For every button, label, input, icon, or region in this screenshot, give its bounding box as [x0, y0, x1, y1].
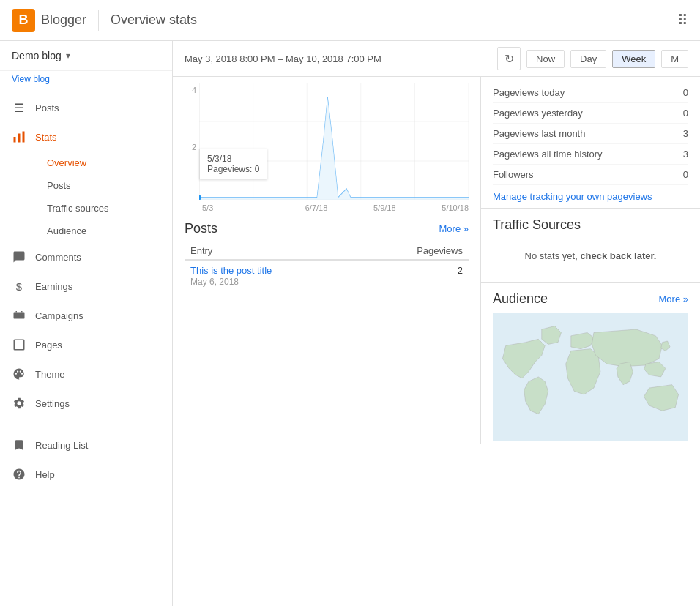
sidebar-sub-audience[interactable]: Audience [35, 220, 172, 242]
traffic-sources-section: Traffic Sources No stats yet, check back… [481, 212, 700, 279]
svg-rect-3 [14, 313, 25, 319]
help-icon [12, 467, 26, 482]
chart-tooltip: 5/3/18 Pageviews: 0 [199, 149, 267, 179]
pageviews-column-header: Pageviews [360, 242, 469, 260]
sidebar-item-settings[interactable]: Settings [0, 389, 172, 418]
svg-rect-1 [18, 134, 21, 143]
sidebar-label-stats: Stats [35, 132, 57, 143]
sidebar-sub-posts[interactable]: Posts [35, 174, 172, 197]
table-row: This is the post title May 6, 2018 2 [185, 260, 469, 291]
svg-rect-6 [14, 340, 24, 350]
stats-label-followers: Followers [493, 169, 534, 180]
post-date: May 6, 2018 [190, 277, 239, 287]
earnings-icon: $ [12, 279, 26, 293]
sidebar-divider [0, 424, 172, 424]
x-label-3: 6/7/18 [305, 203, 328, 212]
main-content: May 3, 2018 8:00 PM – May 10, 2018 7:00 … [173, 41, 700, 606]
sidebar-sub-traffic-sources[interactable]: Traffic sources [35, 197, 172, 220]
posts-section: Posts More » Entry Pageviews [173, 212, 480, 300]
refresh-button[interactable]: ↻ [497, 47, 521, 70]
stats-label-last-month: Pageviews last month [493, 128, 585, 139]
stats-row-all-time: Pageviews all time history 3 [493, 144, 688, 165]
sidebar-item-campaigns[interactable]: Campaigns [0, 301, 172, 330]
stats-value-last-month: 3 [683, 128, 688, 139]
sidebar-item-pages[interactable]: Pages [0, 330, 172, 359]
layout: Demo blog ▾ View blog ☰ Posts Stats Over… [0, 41, 700, 606]
day-button[interactable]: Day [570, 50, 606, 68]
svg-rect-4 [16, 311, 18, 313]
sidebar-item-theme[interactable]: Theme [0, 359, 172, 389]
audience-more-link[interactable]: More » [659, 293, 688, 304]
traffic-sources-title: Traffic Sources [493, 217, 581, 233]
x-label-5: 5/10/18 [442, 203, 469, 212]
right-content: Pageviews today 0 Pageviews yesterday 0 … [480, 77, 700, 444]
stats-panel: Pageviews today 0 Pageviews yesterday 0 … [481, 77, 700, 205]
sidebar-label-earnings: Earnings [35, 281, 72, 292]
audience-section: Audience More » [481, 285, 700, 444]
grid-icon[interactable]: ⠿ [677, 12, 688, 29]
posts-section-header: Posts More » [185, 221, 469, 236]
manage-tracking-link[interactable]: Manage tracking your own pageviews [493, 191, 688, 202]
stats-value-followers: 0 [683, 169, 688, 180]
stats-row-last-month: Pageviews last month 3 [493, 124, 688, 144]
x-axis-labels: 5/3 6/7/18 5/9/18 5/10/18 [185, 203, 469, 212]
entry-column-header: Entry [185, 242, 360, 260]
now-button[interactable]: Now [526, 50, 565, 68]
tooltip-date: 5/3/18 [207, 154, 259, 164]
blog-selector[interactable]: Demo blog ▾ [0, 41, 172, 71]
stats-sub-menu: Overview Posts Traffic sources Audience [0, 152, 172, 242]
theme-icon [12, 367, 26, 381]
sidebar-sub-overview[interactable]: Overview [35, 152, 172, 174]
sidebar-item-comments[interactable]: Comments [0, 242, 172, 272]
toolbar: May 3, 2018 8:00 PM – May 10, 2018 7:00 … [173, 41, 700, 77]
sidebar-item-reading-list[interactable]: Reading List [0, 430, 172, 460]
sidebar-label-campaigns: Campaigns [35, 310, 83, 321]
stats-icon [12, 130, 26, 144]
sidebar-label-posts: Posts [35, 102, 59, 113]
post-entry-cell: This is the post title May 6, 2018 [185, 260, 360, 291]
post-title-link[interactable]: This is the post title [190, 265, 354, 276]
posts-more-link[interactable]: More » [439, 223, 469, 234]
sidebar: Demo blog ▾ View blog ☰ Posts Stats Over… [0, 41, 173, 606]
stats-row-today: Pageviews today 0 [493, 83, 688, 103]
sidebar-label-settings: Settings [35, 398, 70, 409]
section-divider-2 [481, 282, 700, 283]
stats-label-yesterday: Pageviews yesterday [493, 108, 583, 119]
y-label-4: 4 [185, 86, 196, 94]
sidebar-item-help[interactable]: Help [0, 460, 172, 489]
stats-value-yesterday: 0 [683, 108, 688, 119]
svg-rect-0 [14, 137, 16, 143]
sidebar-item-stats[interactable]: Stats [0, 122, 172, 152]
sidebar-label-theme: Theme [35, 369, 64, 380]
stats-label-all-time: Pageviews all time history [493, 149, 603, 160]
no-stats-message: No stats yet, check back later. [493, 239, 688, 273]
sidebar-label-pages: Pages [35, 340, 62, 351]
settings-icon [12, 396, 26, 411]
world-map-svg [493, 313, 688, 441]
week-button[interactable]: Week [612, 50, 655, 68]
view-blog-link[interactable]: View blog [0, 71, 172, 93]
audience-title: Audience [493, 291, 548, 307]
section-divider-1 [481, 208, 700, 209]
campaigns-icon [12, 308, 26, 323]
chart-section: 4 2 [173, 77, 480, 212]
posts-title: Posts [185, 221, 217, 236]
dropdown-arrow-icon: ▾ [66, 50, 70, 61]
x-label-1: 5/3 [202, 203, 213, 212]
sidebar-item-posts[interactable]: ☰ Posts [0, 93, 172, 122]
traffic-sources-header: Traffic Sources [493, 217, 688, 233]
x-label-4: 5/9/18 [373, 203, 396, 212]
header-divider [98, 10, 99, 31]
stats-label-today: Pageviews today [493, 87, 565, 98]
audience-header: Audience More » [493, 291, 688, 307]
sidebar-label-comments: Comments [35, 252, 81, 263]
left-content: 4 2 [173, 77, 480, 444]
stats-row-yesterday: Pageviews yesterday 0 [493, 103, 688, 124]
month-button[interactable]: M [661, 50, 688, 68]
stats-value-all-time: 3 [683, 149, 688, 160]
sidebar-item-earnings[interactable]: $ Earnings [0, 272, 172, 301]
logo-area: B Blogger [12, 9, 86, 32]
svg-rect-5 [21, 311, 23, 313]
content-area: 4 2 [173, 77, 700, 444]
comments-icon [12, 250, 26, 264]
